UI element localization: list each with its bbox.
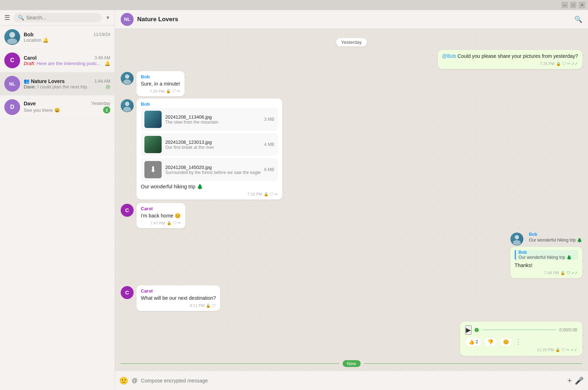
chat-time-dave: Yesterday [91,101,110,106]
file-name-3: 20241208_145020.jpg [165,165,261,170]
chat-preview-nature-lovers: Dave: I could plan the next trip. @ [24,84,110,90]
quote-sender: Bob [519,250,578,255]
avatar-carol-home: C [121,204,134,217]
preview-prefix-nl: Dave: [24,84,36,90]
mention-bob: @Bob [442,53,456,59]
reaction-thumbsup[interactable]: 👍2 [465,338,481,346]
msg-text-in1: Sure, in a minute! [141,81,180,88]
chat-info-nature-lovers: 👥 Nature Lovers 1:44 AM Dave: I could pl… [24,78,110,90]
msg-time-voice: 11:29 PM [537,348,554,352]
chat-list: Bob 11/19/24 Location 🔔 C Carol 3:49 AM [0,26,115,390]
chat-item-dave[interactable]: D Dave Yesterday See you there 😀 2 [0,96,115,119]
replied-wrapper: Bob Our wonderful hiking trip 🌲 [510,232,582,246]
chat-search-button[interactable]: 🔍 [574,15,582,23]
msg-meta-out2: 7:48 PM 🔒🛡✓✓ [515,271,578,275]
badge-dave: 2 [103,106,110,114]
bubble-out1: @Bob Could you please share your picture… [438,50,582,69]
nature-lovers-group-icon: 👥 [24,78,29,84]
avatar-nature-lovers: NL [4,76,20,92]
file-attachment-1[interactable]: 20241208_113406.jpg The view from the mo… [141,108,278,131]
message-in2-files: Bob 20241208_113406.jpg The view from th… [121,98,582,199]
chat-time-bob: 11/19/24 [93,32,110,37]
bubble-carol-dest: Carol What will be our next destination?… [136,285,220,311]
play-button[interactable]: ▶ [465,325,472,335]
file-size-3: 6 MB [264,167,274,172]
new-sep-line-right [364,363,583,364]
mic-button[interactable]: 🎤 [575,376,584,385]
mute-icon-carol: 🔔 [105,61,110,66]
file-attachment-2[interactable]: 20241208_123013.jpg Our first break at t… [141,133,278,156]
file-name-1: 20241208_113406.jpg [165,114,261,120]
close-button[interactable]: ✕ [579,2,585,8]
message-out1: @Bob Could you please share your picture… [121,50,582,69]
menu-button[interactable]: ☰ [4,13,11,22]
msg-icons-carol-home: 🔒🛡✏ [167,221,181,225]
maximize-button[interactable]: □ [570,2,577,8]
chat-name-nature-lovers: Nature Lovers [31,78,65,84]
bubble-in1: Bob Sure, in a minute! 7:26 PM 🔒🛡✏ [136,71,185,97]
sender-carol-home: Carol [141,206,181,211]
chat-time-carol: 3:49 AM [94,55,110,60]
msg-meta-carol-dest: 8:11 PM 🔒🛡 [141,303,216,308]
chat-name-dave: Dave [24,101,36,106]
reaction-more-button[interactable]: ⋮ [515,338,522,346]
sidebar: ☰ 🔍 ▼ Bob 11/19/24 Location [0,10,115,390]
search-input[interactable] [26,15,97,20]
chat-title: Nature Lovers [137,16,178,23]
msg-time-in2: 7:33 PM [247,192,262,196]
file-thumb-2 [144,136,162,153]
msg-text-out1: @Bob Could you please share your picture… [442,53,578,60]
mute-icon-bob: 🔔 [43,37,48,43]
filter-button[interactable]: ▼ [105,14,111,21]
day-label-yesterday: Yesterday [336,38,367,46]
chat-info-carol: Carol 3:49 AM Draft: Here are the intere… [24,55,110,66]
msg-icons-carol-dest: 🔒🛡 [206,303,216,308]
draft-label-carol: Draft: [24,61,35,66]
voice-waveform [482,329,556,330]
file-thumb-1 [144,111,162,128]
voice-dot [474,328,479,332]
message-carol-dest: C Carol What will be our next destinatio… [121,285,582,311]
voice-controls: ▶ 0:00/0:08 [465,325,577,335]
voice-duration: 0:00/0:08 [559,327,577,332]
file-thumb-3: ⬇ [144,161,162,178]
svg-point-3 [125,74,129,79]
file-desc-1: The view from the mountain [165,120,261,125]
svg-point-0 [9,32,15,38]
reaction-smile[interactable]: 😊 [500,338,512,346]
bubble-in2: Bob 20241208_113406.jpg The view from th… [136,98,282,199]
minimize-button[interactable]: — [561,2,568,8]
mention-button[interactable]: @ [132,377,138,384]
msg-meta-carol-home: 7:47 PM 🔒🛡✏ [141,221,181,225]
avatar-dave: D [4,99,20,115]
attach-button[interactable]: + [567,376,572,385]
day-separator-yesterday: Yesterday [121,38,582,46]
compose-input[interactable] [141,378,564,384]
file-info-1: 20241208_113406.jpg The view from the mo… [165,114,261,125]
chat-messages: Yesterday @Bob Could you please share yo… [115,29,588,371]
chat-info-dave: Dave Yesterday See you there 😀 2 [24,101,110,114]
chat-info-bob: Bob 11/19/24 Location 🔔 [24,32,110,43]
msg-text-out2: Thanks! [515,262,578,269]
svg-point-4 [123,79,131,84]
chat-name-carol: Carol [24,55,37,61]
message-carol-home: C Carol I'm back home 😊 7:47 PM 🔒🛡✏ [121,203,582,229]
svg-point-7 [515,235,519,239]
message-out2-area: Bob Our wonderful hiking trip 🌲 Bob Our … [121,232,582,278]
file-attachment-3[interactable]: ⬇ 20241208_145020.jpg Surrounded by the … [141,158,278,181]
chat-item-bob[interactable]: Bob 11/19/24 Location 🔔 [0,26,115,49]
reaction-thumbsdown[interactable]: 👎 [484,338,497,346]
avatar-bob-msg [121,72,134,85]
quote-box: Bob Our wonderful hiking trip 🌲 [515,250,578,260]
msg-icons-in1: 🔒🛡✏ [166,89,180,93]
emoji-button[interactable]: 🙂 [119,376,128,385]
chat-item-nature-lovers[interactable]: NL 👥 Nature Lovers 1:44 AM Dave: I could… [0,72,115,96]
download-icon-3: ⬇ [150,165,156,174]
chat-preview-carol: Draft: Here are the interesting podc... … [24,61,110,66]
msg-icons-out1: 🔒🛡✏✓✓ [556,61,578,66]
msg-meta-out1: 7:25 PM 🔒🛡✏✓✓ [442,61,578,66]
file-desc-3: Surrounded by the forest before we saw t… [165,170,261,175]
avatar-carol-dest: C [121,286,134,299]
title-bar: — □ ✕ [0,0,588,10]
chat-item-carol[interactable]: C Carol 3:49 AM Draft: Here are the inte… [0,49,115,72]
